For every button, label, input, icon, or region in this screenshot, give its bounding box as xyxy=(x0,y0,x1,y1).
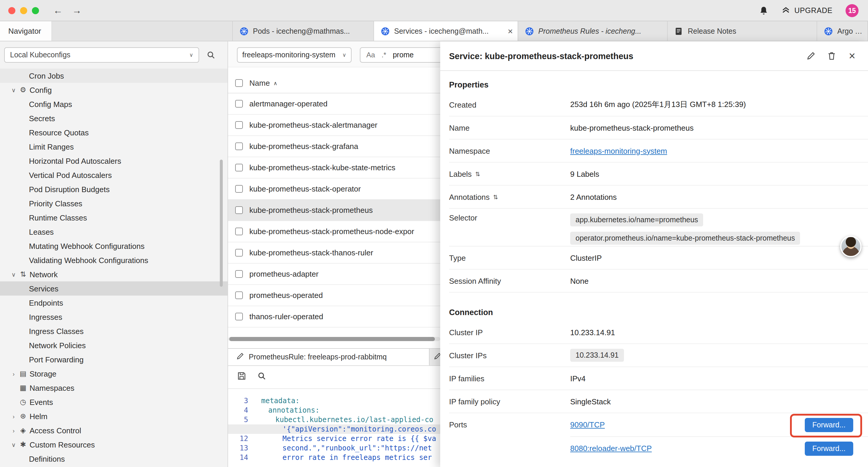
tab-1[interactable]: Pods - icecheng@mathmas... xyxy=(232,21,374,41)
sidebar-item-resource-quotas[interactable]: Resource Quotas xyxy=(0,125,228,140)
forward-button[interactable]: Forward... xyxy=(804,418,853,432)
sidebar-item-events[interactable]: ◷Events xyxy=(0,395,228,409)
editor-line[interactable]: 3metadata: xyxy=(228,396,440,406)
sidebar-item-network-policies[interactable]: Network Policies xyxy=(0,338,228,352)
chevron-down-icon[interactable]: ∨ xyxy=(9,271,18,278)
sidebar-item-ingress-classes[interactable]: Ingress Classes xyxy=(0,324,228,338)
sidebar-item-validating-webhook-configurations[interactable]: Validating Webhook Configurations xyxy=(0,253,228,267)
namespace-link[interactable]: freeleaps-monitoring-system xyxy=(570,146,667,155)
sidebar-scrollbar[interactable] xyxy=(220,159,223,287)
sidebar-item-ingresses[interactable]: Ingresses xyxy=(0,310,228,324)
back-arrow-icon[interactable]: ← xyxy=(53,6,63,15)
row-checkbox[interactable] xyxy=(235,164,243,171)
row-checkbox[interactable] xyxy=(235,291,243,299)
table-row[interactable]: prometheus-adapter xyxy=(228,264,440,285)
row-checkbox[interactable] xyxy=(235,249,243,257)
row-checkbox[interactable] xyxy=(235,143,243,150)
close-tab-icon[interactable]: × xyxy=(504,26,513,36)
tab-3[interactable]: Prometheus Rules - icecheng... xyxy=(518,21,668,41)
kubeconfig-selector[interactable]: Local Kubeconfigs ∨ xyxy=(4,47,199,63)
editor-line[interactable]: 14error rate in freeleaps metrics ser xyxy=(228,453,440,462)
forward-arrow-icon[interactable]: → xyxy=(72,6,82,15)
search-input[interactable] xyxy=(393,51,440,59)
notification-bell-icon[interactable] xyxy=(758,5,769,16)
chevron-down-icon[interactable]: ∨ xyxy=(9,441,18,448)
name-column-header[interactable]: Name xyxy=(249,79,270,87)
chevron-right-icon[interactable]: › xyxy=(9,413,18,419)
sidebar-item-storage[interactable]: ›▤Storage xyxy=(0,367,228,381)
save-icon[interactable] xyxy=(238,372,246,382)
minimize-window-button[interactable] xyxy=(20,7,27,14)
delete-icon[interactable] xyxy=(826,51,837,61)
row-checkbox[interactable] xyxy=(235,185,243,193)
editor-line[interactable]: 5kubectl.kubernetes.io/last-applied-co xyxy=(228,415,440,425)
sidebar-item-config-maps[interactable]: Config Maps xyxy=(0,97,228,111)
yaml-editor[interactable]: 3metadata:4annotations:5kubectl.kubernet… xyxy=(228,389,440,467)
select-all-checkbox[interactable] xyxy=(235,79,243,87)
table-row[interactable]: alertmanager-operated xyxy=(228,93,440,115)
sidebar-item-namespaces[interactable]: ▦Namespaces xyxy=(0,381,228,395)
sidebar-item-priority-classes[interactable]: Priority Classes xyxy=(0,196,228,210)
table-row[interactable]: kube-prometheus-stack-grafana xyxy=(228,136,440,157)
sidebar-item-mutating-webhook-configurations[interactable]: Mutating Webhook Configurations xyxy=(0,239,228,253)
sidebar-item-horizontal-pod-autoscalers[interactable]: Horizontal Pod Autoscalers xyxy=(0,154,228,168)
port-link[interactable]: 9090/TCP xyxy=(570,420,605,429)
table-row[interactable]: kube-prometheus-stack-alertmanager xyxy=(228,115,440,136)
sidebar-item-secrets[interactable]: Secrets xyxy=(0,111,228,125)
row-checkbox[interactable] xyxy=(235,313,243,320)
chevron-right-icon[interactable]: › xyxy=(9,370,18,377)
editor-line[interactable]: 4annotations: xyxy=(228,406,440,415)
sidebar-search-icon[interactable] xyxy=(207,51,215,59)
table-row[interactable]: thanos-ruler-operated xyxy=(228,306,440,327)
match-case-toggle[interactable]: Aa xyxy=(366,51,375,59)
chevron-right-icon[interactable]: › xyxy=(9,427,18,434)
close-drawer-icon[interactable]: × xyxy=(847,51,857,61)
sidebar-item-definitions[interactable]: Definitions xyxy=(0,451,228,466)
namespace-filter-dropdown[interactable]: freeleaps-monitoring-system ∨ xyxy=(237,47,351,63)
expand-collapse-icon[interactable]: ⇅ xyxy=(475,171,480,177)
sidebar-item-cron-jobs[interactable]: Cron Jobs xyxy=(0,68,228,83)
sidebar-item-services[interactable]: Services xyxy=(0,282,228,296)
sidebar-item-runtime-classes[interactable]: Runtime Classes xyxy=(0,210,228,225)
editor-line[interactable]: '{"apiVersion":"monitoring.coreos.co xyxy=(228,425,440,434)
sidebar-item-helm[interactable]: ›⊛Helm xyxy=(0,409,228,423)
row-checkbox[interactable] xyxy=(235,206,243,214)
sidebar-item-leases[interactable]: Leases xyxy=(0,225,228,239)
notification-count-badge[interactable]: 15 xyxy=(845,4,859,17)
table-row[interactable]: kube-prometheus-stack-prometheus xyxy=(228,200,440,221)
tab-4[interactable]: Release Notes xyxy=(668,21,817,41)
sidebar-item-pod-disruption-budgets[interactable]: Pod Disruption Budgets xyxy=(0,182,228,196)
horizontal-scrollbar-thumb[interactable] xyxy=(229,337,435,341)
editor-line[interactable]: 13second.","runbook_url":"https://net xyxy=(228,443,440,453)
row-checkbox[interactable] xyxy=(235,270,243,278)
port-link[interactable]: 8080:reloader-web/TCP xyxy=(570,444,652,453)
table-row[interactable]: prometheus-operated xyxy=(228,285,440,306)
sidebar-item-port-forwarding[interactable]: Port Forwarding xyxy=(0,352,228,367)
tab-2[interactable]: Services - icecheng@math...× xyxy=(374,21,518,41)
sidebar-item-config[interactable]: ∨⚙Config xyxy=(0,83,228,97)
editor-tab-partial[interactable] xyxy=(430,349,440,365)
chevron-down-icon[interactable]: ∨ xyxy=(9,87,18,93)
table-row[interactable]: kube-prometheus-stack-thanos-ruler xyxy=(228,242,440,264)
sidebar-item-vertical-pod-autoscalers[interactable]: Vertical Pod Autoscalers xyxy=(0,168,228,182)
close-window-button[interactable] xyxy=(8,7,16,14)
editor-tab[interactable]: PrometheusRule: freeleaps-prod-rabbitmq xyxy=(228,349,430,365)
expand-collapse-icon[interactable]: ⇅ xyxy=(493,194,498,200)
sidebar-item-limit-ranges[interactable]: Limit Ranges xyxy=(0,140,228,154)
zoom-window-button[interactable] xyxy=(32,7,39,14)
avatar[interactable] xyxy=(840,236,862,257)
table-row[interactable]: kube-prometheus-stack-operator xyxy=(228,178,440,200)
table-row[interactable]: kube-prometheus-stack-prometheus-node-ex… xyxy=(228,221,440,242)
row-checkbox[interactable] xyxy=(235,121,243,129)
forward-button[interactable]: Forward... xyxy=(804,441,853,456)
table-row[interactable]: kube-prometheus-stack-kube-state-metrics xyxy=(228,157,440,178)
editor-search-icon[interactable] xyxy=(258,372,266,382)
edit-icon[interactable] xyxy=(805,51,816,61)
editor-line[interactable]: 12Metrics service error rate is {{ $va xyxy=(228,434,440,443)
row-checkbox[interactable] xyxy=(235,100,243,108)
tab-5[interactable]: Argo Se xyxy=(817,21,868,41)
upgrade-button[interactable]: UPGRADE xyxy=(782,5,833,16)
sidebar-item-network[interactable]: ∨⇅Network xyxy=(0,267,228,282)
row-checkbox[interactable] xyxy=(235,228,243,235)
sidebar-item-endpoints[interactable]: Endpoints xyxy=(0,296,228,310)
